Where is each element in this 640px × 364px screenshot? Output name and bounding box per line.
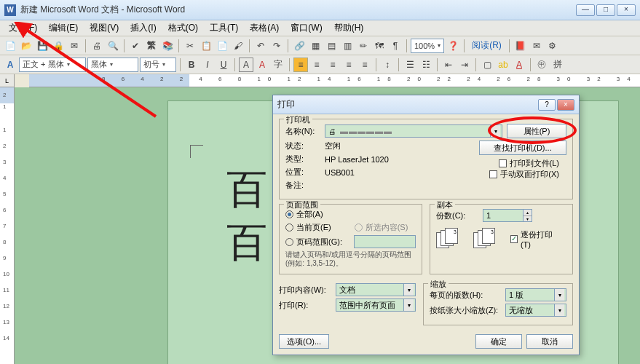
location-value: USB001: [325, 168, 355, 177]
maximize-button[interactable]: □: [596, 4, 615, 16]
cut-icon[interactable]: ✂: [183, 39, 197, 53]
size-combo[interactable]: 初号▾: [140, 58, 176, 72]
highlight-icon[interactable]: ab: [496, 58, 510, 72]
hyperlink-icon[interactable]: 🔗: [292, 39, 307, 53]
read-button[interactable]: 阅读(R): [468, 39, 505, 53]
spell-icon[interactable]: ✔: [128, 39, 143, 53]
menu-tools[interactable]: 工具(T): [204, 20, 244, 36]
print-icon[interactable]: 🖨: [90, 39, 104, 53]
menu-help[interactable]: 帮助(H): [328, 20, 370, 36]
horizontal-ruler[interactable]: 8 6 4 2 2 4 6 8 10 12 14 16 18 20 22 24 …: [29, 74, 640, 87]
redo-icon[interactable]: ↷: [269, 39, 284, 53]
menu-table[interactable]: 表格(A): [244, 20, 285, 36]
properties-button[interactable]: 属性(P): [507, 124, 566, 138]
range-all-radio[interactable]: 全部(A): [285, 209, 323, 220]
new-icon[interactable]: 📄: [3, 39, 17, 53]
collate-icon: 123: [436, 228, 463, 250]
copies-input[interactable]: 1: [483, 209, 524, 222]
collate-checkbox[interactable]: 逐份打印(T): [510, 229, 559, 249]
menu-format[interactable]: 格式(O): [162, 20, 204, 36]
zoom-combo[interactable]: 100%▾: [411, 39, 444, 53]
range-current-radio[interactable]: 当前页(E): [285, 222, 331, 233]
mail2-icon[interactable]: ✉: [529, 39, 544, 53]
print-range-combo[interactable]: 范围中所有页面▾: [336, 298, 416, 312]
undo-icon[interactable]: ↶: [253, 39, 268, 53]
format-painter-icon[interactable]: 🖌: [231, 39, 245, 53]
columns-icon[interactable]: ▥: [340, 39, 355, 53]
mail-icon[interactable]: ✉: [67, 39, 82, 53]
distribute-icon[interactable]: ≡: [357, 58, 372, 72]
phonetic-icon[interactable]: 拼: [550, 58, 565, 72]
dialog-help-button[interactable]: ?: [538, 99, 556, 111]
menu-file[interactable]: 文件(F): [3, 20, 43, 36]
line-spacing-icon[interactable]: ↕: [380, 58, 395, 72]
range-selection-radio: 所选内容(S): [355, 222, 408, 233]
standard-toolbar: 📄 📂 💾 🔒 ✉ 🖨 🔍 ✔ 繁 📚 ✂ 📋 📄 🖌 ↶ ↷ 🔗 ▦ ▤ ▥ …: [0, 36, 640, 55]
indent-icon[interactable]: ⇥: [457, 58, 472, 72]
preview-icon[interactable]: 🔍: [106, 39, 120, 53]
dialog-close-button[interactable]: ×: [557, 99, 574, 111]
copy-icon[interactable]: 📋: [199, 39, 213, 53]
chevron-down-icon[interactable]: ▾: [490, 125, 500, 137]
scale-combo[interactable]: 无缩放▾: [505, 304, 566, 317]
styles-icon[interactable]: A: [3, 58, 17, 72]
traditional-icon[interactable]: 繁: [144, 39, 159, 53]
map-icon[interactable]: 🗺: [372, 39, 387, 53]
font-combo[interactable]: 黑体▾: [87, 58, 138, 72]
paste-icon[interactable]: 📄: [215, 39, 229, 53]
minimize-button[interactable]: —: [576, 4, 595, 16]
menu-insert[interactable]: 插入(I): [125, 20, 162, 36]
table-icon[interactable]: ▦: [308, 39, 323, 53]
range-pages-radio[interactable]: 页码范围(G):: [285, 237, 342, 248]
help-icon[interactable]: ❓: [446, 39, 460, 53]
save-icon[interactable]: 💾: [35, 39, 50, 53]
print-what-combo[interactable]: 文档▾: [336, 283, 416, 296]
borders-icon[interactable]: ▢: [480, 58, 494, 72]
underline-icon[interactable]: U: [216, 58, 231, 72]
extra-icon[interactable]: ⚙: [545, 39, 560, 53]
bullets-icon[interactable]: ☷: [419, 58, 433, 72]
copies-group: 副本 份数(C): 1 ▴▾ 123 123 逐份打印(T): [430, 204, 573, 274]
font-color-icon[interactable]: A: [512, 58, 526, 72]
pdf-icon[interactable]: 📕: [513, 39, 528, 53]
options-button[interactable]: 选项(O)...: [279, 334, 329, 349]
style-combo[interactable]: 正文 + 黑体▾: [19, 58, 86, 72]
align-right-icon[interactable]: ≡: [325, 58, 340, 72]
drawing-icon[interactable]: ✏: [356, 39, 371, 53]
excel-icon[interactable]: ▤: [324, 39, 339, 53]
zoom-group: 缩放 每页的版数(H): 1 版▾ 按纸张大小缩放(Z): 无缩放▾: [423, 283, 573, 325]
document-text[interactable]: 百 百: [226, 163, 267, 269]
bold-icon[interactable]: B: [184, 58, 199, 72]
char-border-icon[interactable]: A: [239, 58, 253, 72]
find-printer-button[interactable]: 查找打印机(D)...: [479, 141, 566, 155]
vertical-ruler[interactable]: 2 1 1 2 3 4 5 6 7 8 9 10 11 12 13 14: [0, 87, 15, 364]
copies-spinner[interactable]: ▴▾: [524, 209, 532, 222]
ok-button[interactable]: 确定: [475, 334, 522, 349]
menu-window[interactable]: 窗口(W): [285, 20, 328, 36]
char-shading-icon[interactable]: A: [255, 58, 269, 72]
close-button[interactable]: ×: [617, 4, 636, 16]
zoom-group-label: 缩放: [428, 279, 449, 290]
print-to-file-checkbox[interactable]: 打印到文件(L): [499, 158, 559, 169]
manual-duplex-checkbox[interactable]: 手动双面打印(X): [489, 169, 559, 180]
outdent-icon[interactable]: ⇤: [441, 58, 456, 72]
numbering-icon[interactable]: ☰: [403, 58, 417, 72]
menu-edit[interactable]: 编辑(E): [43, 20, 84, 36]
align-center-icon[interactable]: ≡: [309, 58, 324, 72]
align-left-icon[interactable]: ≡: [293, 58, 308, 72]
align-justify-icon[interactable]: ≡: [341, 58, 356, 72]
asian-layout-icon[interactable]: ㊥: [534, 58, 549, 72]
open-icon[interactable]: 📂: [19, 39, 33, 53]
range-pages-input[interactable]: [354, 235, 416, 248]
italic-icon[interactable]: I: [200, 58, 215, 72]
research-icon[interactable]: 📚: [160, 39, 175, 53]
printer-name-combo[interactable]: 🖨 ▬▬▬▬▬▬ ▾: [325, 124, 502, 138]
cancel-button[interactable]: 取消: [526, 334, 573, 349]
dialog-titlebar[interactable]: 打印 ? ×: [273, 95, 579, 114]
scale-label: 按纸张大小缩放(Z):: [430, 305, 501, 316]
pages-per-sheet-combo[interactable]: 1 版▾: [505, 288, 566, 301]
char-scale-icon[interactable]: 字: [271, 58, 285, 72]
permission-icon[interactable]: 🔒: [51, 39, 66, 53]
para-icon[interactable]: ¶: [388, 39, 403, 53]
menu-view[interactable]: 视图(V): [84, 20, 125, 36]
